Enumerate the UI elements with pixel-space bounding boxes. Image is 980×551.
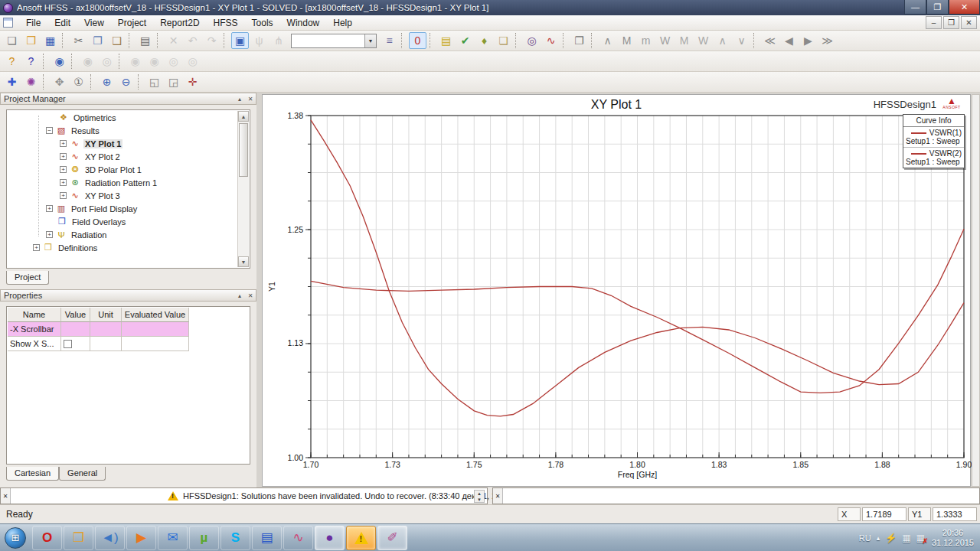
tab-project[interactable]: Project xyxy=(6,271,49,285)
marker-max-button[interactable]: M xyxy=(618,32,635,49)
expand-icon[interactable]: + xyxy=(60,192,67,199)
property-row-show-x-scrollbar[interactable]: Show X S... xyxy=(8,337,249,351)
tree-item-label[interactable]: XY Plot 2 xyxy=(83,152,122,161)
show-x-scrollbar-checkbox[interactable] xyxy=(64,340,72,348)
scroll-down-icon[interactable]: ▼ xyxy=(238,256,249,267)
properties-header[interactable]: Properties ▴ ✕ xyxy=(0,289,256,302)
panel-close-icon[interactable]: ✕ xyxy=(245,291,256,300)
tree-item-3d-polar-plot-1[interactable]: +❂3D Polar Plot 1 xyxy=(8,163,237,176)
create-report-button[interactable]: ∿ xyxy=(542,32,560,49)
combobox-dropdown-icon[interactable]: ▼ xyxy=(364,34,376,47)
nav-prev-button[interactable]: ◀ xyxy=(780,32,798,49)
volume-taskbar-button[interactable]: ◄) xyxy=(95,526,125,550)
expand-icon[interactable]: + xyxy=(60,179,67,186)
tree-item-definitions[interactable]: +❒Definitions xyxy=(8,241,237,254)
tree-item-xy-plot-3[interactable]: +∿XY Plot 3 xyxy=(8,189,237,202)
zoom-actual-button[interactable]: ① xyxy=(70,73,87,90)
panel-pin-icon[interactable]: ▴ xyxy=(234,94,245,103)
marker-valley2-button[interactable]: W xyxy=(694,32,712,49)
tree-item-label[interactable]: Results xyxy=(70,126,101,135)
copy-image-button[interactable]: ❐ xyxy=(570,32,588,49)
display-icon[interactable]: ▦ xyxy=(902,533,910,543)
tree-item-xy-plot-1[interactable]: +∿XY Plot 1 xyxy=(8,137,237,150)
legend-entry-vswr(2)[interactable]: VSWR(2)Setup1 : Sweep xyxy=(903,148,964,168)
collapse-icon[interactable]: − xyxy=(46,127,53,134)
project-manager-header[interactable]: Project Manager ▴ ✕ xyxy=(0,93,256,105)
menu-window[interactable]: Window xyxy=(280,16,327,30)
marker-max2-button[interactable]: M xyxy=(675,32,693,49)
cut-button[interactable]: ✂ xyxy=(70,32,87,49)
solve-setup-button[interactable]: 0 xyxy=(409,32,426,49)
property-value[interactable] xyxy=(61,322,90,337)
minimize-button[interactable]: — xyxy=(904,0,926,15)
tree-item-label[interactable]: Optimetrics xyxy=(72,113,118,122)
analyze-all-button[interactable]: ♦ xyxy=(475,32,493,49)
language-indicator[interactable]: RU xyxy=(859,533,871,543)
menu-file[interactable]: File xyxy=(19,16,47,30)
copy-button[interactable]: ❐ xyxy=(89,32,106,49)
tree-item-label[interactable]: XY Plot 1 xyxy=(83,139,122,148)
tree-item-label[interactable]: Definitions xyxy=(57,243,99,253)
show-all-visibility-button[interactable]: ◉ xyxy=(51,53,68,70)
property-name[interactable]: -X Scrollbar xyxy=(8,322,61,337)
power-plug-icon[interactable]: ⚡ xyxy=(885,533,897,543)
paste-button[interactable]: ❑ xyxy=(108,32,126,49)
rotate-view-button[interactable]: ✺ xyxy=(22,73,40,90)
media-player-taskbar-button[interactable]: ▶ xyxy=(126,526,156,550)
zoom-search-button[interactable]: ◎ xyxy=(523,32,541,49)
save-button[interactable]: ▦ xyxy=(41,32,59,49)
legend-entry-vswr(1)[interactable]: VSWR(1)Setup1 : Sweep xyxy=(903,127,964,148)
tree-item-label[interactable]: 3D Polar Plot 1 xyxy=(83,165,143,174)
tree-item-label[interactable]: Radiation Pattern 1 xyxy=(83,178,158,187)
menu-report2d[interactable]: Report2D xyxy=(153,16,206,30)
menu-edit[interactable]: Edit xyxy=(47,16,77,30)
panel-close-icon[interactable]: ✕ xyxy=(245,94,256,103)
help-topics-button[interactable]: ? xyxy=(3,53,21,70)
pan-button[interactable]: ✥ xyxy=(51,73,68,90)
tab-general[interactable]: General xyxy=(59,467,106,481)
tab-cartesian[interactable]: Cartesian xyxy=(6,467,59,481)
network-icon[interactable]: ▦✗ xyxy=(916,533,925,543)
marker-valley-button[interactable]: W xyxy=(656,32,674,49)
maximize-button[interactable]: ❐ xyxy=(926,0,949,15)
message-close-icon[interactable]: ✕ xyxy=(1,488,11,504)
message-window-button[interactable]: ▤ xyxy=(437,32,455,49)
tree-item-radiation-pattern-1[interactable]: +⊛Radiation Pattern 1 xyxy=(8,176,237,189)
xy-plot-chart[interactable]: 1.701.731.751.781.801.831.851.881.901.00… xyxy=(263,95,972,487)
tree-item-label[interactable]: Port Field Display xyxy=(70,204,139,214)
orient-axes-button[interactable]: ✛ xyxy=(184,73,201,90)
tree-item-optimetrics[interactable]: ❖Optimetrics xyxy=(8,111,237,124)
menu-project[interactable]: Project xyxy=(111,16,153,30)
start-button[interactable]: ⊞ xyxy=(2,527,28,549)
skype-taskbar-button[interactable]: S xyxy=(220,526,250,550)
mdi-restore-button[interactable]: ❐ xyxy=(943,16,959,29)
new-file-button[interactable]: ❏ xyxy=(3,32,21,49)
floppy-save-taskbar-button[interactable]: ▤ xyxy=(252,526,282,550)
scroll-up-icon[interactable]: ▲ xyxy=(238,111,249,122)
tree-item-label[interactable]: Radiation xyxy=(70,230,108,240)
hfss-curves-taskbar-button[interactable]: ∿ xyxy=(283,526,313,550)
nav-next-button[interactable]: ▶ xyxy=(799,32,817,49)
menu-tools[interactable]: Tools xyxy=(245,16,280,30)
select-object-button[interactable]: ▣ xyxy=(231,32,249,49)
validate-button[interactable]: ✔ xyxy=(456,32,474,49)
paint-app-taskbar-button[interactable]: ✐ xyxy=(377,526,407,550)
print-button[interactable]: ▤ xyxy=(136,32,154,49)
property-row-x-scrollbar[interactable]: -X Scrollbar xyxy=(8,322,249,337)
utorrent-taskbar-button[interactable]: µ xyxy=(189,526,219,550)
curve-info-legend[interactable]: Curve Info VSWR(1)Setup1 : SweepVSWR(2)S… xyxy=(903,114,965,168)
hidden-icons-button[interactable]: ▴ xyxy=(877,534,880,542)
menu-view[interactable]: View xyxy=(77,16,111,30)
expand-icon[interactable]: + xyxy=(60,140,67,147)
zoom-out-button[interactable]: ⊖ xyxy=(117,73,135,90)
ansoft-app-taskbar-button[interactable]: ● xyxy=(315,526,345,550)
menu-help[interactable]: Help xyxy=(326,16,359,30)
report-scrollbar[interactable] xyxy=(972,94,980,487)
opera-taskbar-button[interactable]: O xyxy=(32,526,62,550)
fit-selection-button[interactable]: ◲ xyxy=(165,73,182,90)
marker-peak-button[interactable]: ∧ xyxy=(599,32,616,49)
marker-up-button[interactable]: ∧ xyxy=(714,32,731,49)
mdi-minimize-button[interactable]: – xyxy=(926,16,942,29)
tree-item-xy-plot-2[interactable]: +∿XY Plot 2 xyxy=(8,150,237,163)
mdi-document-icon[interactable] xyxy=(3,18,13,28)
